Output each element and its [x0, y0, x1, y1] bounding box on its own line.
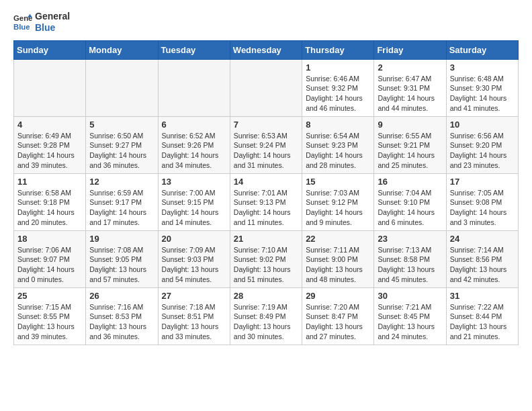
calendar-cell: 11Sunrise: 6:58 AMSunset: 9:18 PMDayligh… [14, 173, 86, 230]
day-info: Sunrise: 6:58 AMSunset: 9:18 PMDaylight:… [17, 188, 82, 228]
calendar-cell: 12Sunrise: 6:59 AMSunset: 9:17 PMDayligh… [86, 173, 158, 230]
day-info: Sunrise: 6:53 AMSunset: 9:24 PMDaylight:… [234, 131, 298, 171]
weekday-header-tuesday: Tuesday [158, 40, 230, 59]
day-number: 14 [234, 177, 298, 187]
day-info: Sunrise: 7:08 AMSunset: 9:05 PMDaylight:… [89, 245, 154, 285]
day-number: 7 [234, 120, 298, 130]
calendar-cell: 6Sunrise: 6:52 AMSunset: 9:26 PMDaylight… [158, 116, 230, 173]
calendar-cell: 8Sunrise: 6:54 AMSunset: 9:23 PMDaylight… [302, 116, 374, 173]
calendar-cell [230, 59, 302, 116]
day-info: Sunrise: 7:00 AMSunset: 9:15 PMDaylight:… [162, 188, 226, 228]
svg-text:Blue: Blue [13, 22, 30, 30]
calendar-cell: 28Sunrise: 7:19 AMSunset: 8:49 PMDayligh… [230, 287, 302, 345]
day-number: 16 [378, 177, 442, 187]
day-number: 3 [450, 62, 515, 73]
calendar-cell: 10Sunrise: 6:56 AMSunset: 9:20 PMDayligh… [446, 116, 518, 173]
day-number: 27 [162, 291, 226, 301]
day-number: 9 [378, 120, 442, 130]
calendar-cell: 13Sunrise: 7:00 AMSunset: 9:15 PMDayligh… [158, 173, 230, 230]
day-number: 6 [162, 120, 226, 130]
calendar-cell: 3Sunrise: 6:48 AMSunset: 9:30 PMDaylight… [446, 59, 518, 116]
day-number: 17 [450, 177, 515, 187]
calendar-cell: 24Sunrise: 7:14 AMSunset: 8:56 PMDayligh… [446, 230, 518, 287]
day-number: 29 [306, 291, 370, 301]
day-number: 21 [234, 234, 298, 244]
day-number: 24 [450, 234, 515, 244]
calendar-week-row: 4Sunrise: 6:49 AMSunset: 9:28 PMDaylight… [14, 116, 519, 173]
calendar-cell: 22Sunrise: 7:11 AMSunset: 9:00 PMDayligh… [302, 230, 374, 287]
day-info: Sunrise: 6:59 AMSunset: 9:17 PMDaylight:… [89, 188, 154, 228]
calendar-week-row: 11Sunrise: 6:58 AMSunset: 9:18 PMDayligh… [14, 173, 519, 230]
calendar-cell: 20Sunrise: 7:09 AMSunset: 9:03 PMDayligh… [158, 230, 230, 287]
calendar-cell: 26Sunrise: 7:16 AMSunset: 8:53 PMDayligh… [86, 287, 158, 345]
day-info: Sunrise: 6:47 AMSunset: 9:31 PMDaylight:… [378, 74, 442, 113]
calendar-cell: 29Sunrise: 7:20 AMSunset: 8:47 PMDayligh… [302, 287, 374, 345]
day-number: 18 [17, 234, 82, 244]
day-number: 4 [17, 120, 82, 130]
day-info: Sunrise: 6:54 AMSunset: 9:23 PMDaylight:… [306, 131, 370, 171]
calendar-cell: 18Sunrise: 7:06 AMSunset: 9:07 PMDayligh… [14, 230, 86, 287]
logo-blue: Blue [35, 22, 70, 34]
logo-general: General [35, 11, 70, 22]
calendar-cell: 5Sunrise: 6:50 AMSunset: 9:27 PMDaylight… [86, 116, 158, 173]
day-info: Sunrise: 7:01 AMSunset: 9:13 PMDaylight:… [234, 188, 298, 228]
calendar-cell: 23Sunrise: 7:13 AMSunset: 8:58 PMDayligh… [374, 230, 446, 287]
day-number: 22 [306, 234, 370, 244]
day-info: Sunrise: 7:10 AMSunset: 9:02 PMDaylight:… [234, 245, 298, 285]
calendar-cell: 30Sunrise: 7:21 AMSunset: 8:45 PMDayligh… [374, 287, 446, 345]
calendar-cell: 4Sunrise: 6:49 AMSunset: 9:28 PMDaylight… [14, 116, 86, 173]
day-info: Sunrise: 7:05 AMSunset: 9:08 PMDaylight:… [450, 188, 515, 228]
weekday-header-row: SundayMondayTuesdayWednesdayThursdayFrid… [14, 40, 519, 59]
calendar-cell: 25Sunrise: 7:15 AMSunset: 8:55 PMDayligh… [14, 287, 86, 345]
day-info: Sunrise: 6:49 AMSunset: 9:28 PMDaylight:… [17, 131, 82, 171]
logo-icon: General Blue [13, 13, 32, 32]
calendar-cell: 14Sunrise: 7:01 AMSunset: 9:13 PMDayligh… [230, 173, 302, 230]
calendar-cell [14, 59, 86, 116]
day-number: 28 [234, 291, 298, 301]
calendar-cell: 2Sunrise: 6:47 AMSunset: 9:31 PMDaylight… [374, 59, 446, 116]
calendar-cell: 17Sunrise: 7:05 AMSunset: 9:08 PMDayligh… [446, 173, 518, 230]
calendar-week-row: 25Sunrise: 7:15 AMSunset: 8:55 PMDayligh… [14, 287, 519, 345]
calendar-week-row: 1Sunrise: 6:46 AMSunset: 9:32 PMDaylight… [14, 59, 519, 116]
day-number: 8 [306, 120, 370, 130]
day-info: Sunrise: 6:50 AMSunset: 9:27 PMDaylight:… [89, 131, 154, 171]
day-info: Sunrise: 7:09 AMSunset: 9:03 PMDaylight:… [162, 245, 226, 285]
calendar-cell: 7Sunrise: 6:53 AMSunset: 9:24 PMDaylight… [230, 116, 302, 173]
calendar-cell: 1Sunrise: 6:46 AMSunset: 9:32 PMDaylight… [302, 59, 374, 116]
calendar-week-row: 18Sunrise: 7:06 AMSunset: 9:07 PMDayligh… [14, 230, 519, 287]
day-number: 31 [450, 291, 515, 301]
day-info: Sunrise: 7:21 AMSunset: 8:45 PMDaylight:… [378, 302, 442, 342]
header: General Blue General Blue [13, 11, 519, 34]
day-info: Sunrise: 7:06 AMSunset: 9:07 PMDaylight:… [17, 245, 82, 285]
day-number: 11 [17, 177, 82, 187]
day-info: Sunrise: 7:20 AMSunset: 8:47 PMDaylight:… [306, 302, 370, 342]
day-number: 10 [450, 120, 515, 130]
calendar-cell: 21Sunrise: 7:10 AMSunset: 9:02 PMDayligh… [230, 230, 302, 287]
calendar-table: SundayMondayTuesdayWednesdayThursdayFrid… [13, 40, 519, 345]
day-info: Sunrise: 7:18 AMSunset: 8:51 PMDaylight:… [162, 302, 226, 342]
day-number: 13 [162, 177, 226, 187]
day-info: Sunrise: 6:48 AMSunset: 9:30 PMDaylight:… [450, 74, 515, 113]
day-info: Sunrise: 6:52 AMSunset: 9:26 PMDaylight:… [162, 131, 226, 171]
day-info: Sunrise: 7:22 AMSunset: 8:44 PMDaylight:… [450, 302, 515, 342]
weekday-header-friday: Friday [374, 40, 446, 59]
day-number: 25 [17, 291, 82, 301]
weekday-header-monday: Monday [86, 40, 158, 59]
day-info: Sunrise: 7:14 AMSunset: 8:56 PMDaylight:… [450, 245, 515, 285]
weekday-header-thursday: Thursday [302, 40, 374, 59]
weekday-header-wednesday: Wednesday [230, 40, 302, 59]
day-info: Sunrise: 7:19 AMSunset: 8:49 PMDaylight:… [234, 302, 298, 342]
day-info: Sunrise: 6:46 AMSunset: 9:32 PMDaylight:… [306, 74, 370, 113]
day-info: Sunrise: 7:04 AMSunset: 9:10 PMDaylight:… [378, 188, 442, 228]
calendar-cell [158, 59, 230, 116]
day-info: Sunrise: 7:03 AMSunset: 9:12 PMDaylight:… [306, 188, 370, 228]
day-info: Sunrise: 7:16 AMSunset: 8:53 PMDaylight:… [89, 302, 154, 342]
day-number: 30 [378, 291, 442, 301]
calendar-cell: 27Sunrise: 7:18 AMSunset: 8:51 PMDayligh… [158, 287, 230, 345]
day-number: 5 [89, 120, 154, 130]
calendar-cell: 16Sunrise: 7:04 AMSunset: 9:10 PMDayligh… [374, 173, 446, 230]
logo: General Blue General Blue [13, 11, 70, 34]
calendar-cell: 9Sunrise: 6:55 AMSunset: 9:21 PMDaylight… [374, 116, 446, 173]
day-number: 23 [378, 234, 442, 244]
day-number: 26 [89, 291, 154, 301]
